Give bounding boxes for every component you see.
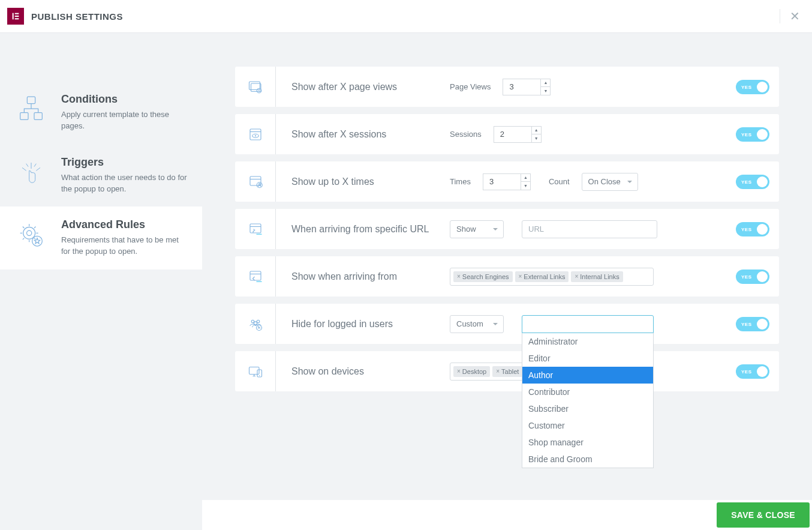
devices-tags[interactable]: ×Desktop ×Tablet bbox=[450, 363, 528, 381]
svg-rect-6 bbox=[34, 113, 42, 120]
url-icon bbox=[235, 209, 276, 249]
svg-text:$: $ bbox=[258, 89, 260, 92]
svg-rect-14 bbox=[250, 129, 261, 140]
rule-page-views: $ Show after X page views Page Views ▲▼ … bbox=[235, 67, 779, 107]
stepper-icon[interactable]: ▲▼ bbox=[521, 174, 530, 190]
role-option[interactable]: Contributor bbox=[522, 384, 653, 400]
content-area: $ Show after X page views Page Views ▲▼ … bbox=[202, 33, 812, 530]
rule-arriving: Show when arriving from ×Search Engines … bbox=[235, 256, 779, 297]
count-select[interactable]: On Close bbox=[582, 173, 638, 191]
role-option[interactable]: Editor bbox=[522, 350, 653, 367]
conditions-icon bbox=[13, 93, 49, 132]
footer: SAVE & CLOSE bbox=[202, 500, 812, 530]
remove-tag-icon[interactable]: × bbox=[496, 368, 500, 375]
logged-in-mode-select[interactable]: Custom bbox=[450, 315, 504, 333]
url-mode-select[interactable]: Show bbox=[450, 220, 504, 238]
svg-point-8 bbox=[27, 231, 32, 236]
role-search-input[interactable] bbox=[522, 315, 654, 333]
rule-sessions: Show after X sessions Sessions ▲▼ YES bbox=[235, 114, 779, 154]
svg-rect-0 bbox=[13, 13, 14, 20]
arriving-icon bbox=[235, 256, 276, 297]
role-option[interactable]: Bride and Groom bbox=[522, 451, 653, 468]
sidebar-title: Advanced Rules bbox=[61, 218, 189, 231]
rule-label: Show on devices bbox=[276, 366, 450, 377]
remove-tag-icon[interactable]: × bbox=[575, 273, 578, 280]
svg-rect-2 bbox=[15, 16, 19, 17]
role-option[interactable]: Customer bbox=[522, 417, 653, 434]
sidebar-item-triggers[interactable]: Triggers What action the user needs to d… bbox=[0, 144, 202, 207]
remove-tag-icon[interactable]: × bbox=[457, 368, 461, 375]
tag-item[interactable]: ×Desktop bbox=[453, 366, 490, 377]
sidebar-title: Conditions bbox=[61, 93, 189, 106]
svg-point-36 bbox=[259, 375, 260, 376]
sidebar: Conditions Apply current template to the… bbox=[0, 33, 202, 530]
rule-label: Hide for logged in users bbox=[276, 319, 450, 330]
role-dropdown: AdministratorEditorAuthorContributorSubs… bbox=[522, 333, 654, 468]
sidebar-desc: Requirements that have to be met for the… bbox=[61, 235, 189, 257]
rule-label: Show after X page views bbox=[276, 82, 450, 92]
toggle-times[interactable]: YES bbox=[736, 175, 769, 189]
rule-devices: Show on devices ×Desktop ×Tablet YES bbox=[235, 351, 779, 391]
field-label: Count bbox=[549, 177, 570, 186]
url-input[interactable] bbox=[522, 220, 657, 238]
save-close-button[interactable]: SAVE & CLOSE bbox=[717, 502, 810, 528]
sidebar-item-advanced-rules[interactable]: Advanced Rules Requirements that have to… bbox=[0, 206, 202, 270]
svg-point-21 bbox=[258, 183, 260, 185]
header: PUBLISH SETTINGS ✕ bbox=[0, 0, 812, 33]
rule-logged-in: Hide for logged in users Custom Administ… bbox=[235, 304, 779, 344]
toggle-arriving[interactable]: YES bbox=[736, 270, 769, 284]
sidebar-title: Triggers bbox=[61, 156, 189, 169]
stepper-icon[interactable]: ▲▼ bbox=[531, 127, 541, 142]
svg-rect-3 bbox=[15, 18, 19, 19]
rule-label: When arriving from specific URL bbox=[276, 224, 450, 235]
tag-item[interactable]: ×Tablet bbox=[492, 366, 522, 377]
svg-rect-4 bbox=[27, 97, 35, 104]
toggle-logged-in[interactable]: YES bbox=[736, 317, 769, 331]
field-label: Sessions bbox=[450, 130, 482, 139]
close-icon[interactable]: ✕ bbox=[780, 9, 800, 23]
role-option[interactable]: Shop manager bbox=[522, 434, 653, 451]
rule-times: Show up to X times Times ▲▼ Count On Clo… bbox=[235, 161, 779, 202]
rule-label: Show up to X times bbox=[276, 176, 450, 187]
devices-icon bbox=[235, 351, 276, 391]
role-option[interactable]: Author bbox=[522, 367, 653, 384]
sessions-icon bbox=[235, 114, 276, 154]
tag-item[interactable]: ×External Links bbox=[515, 271, 569, 282]
role-option[interactable]: Subscriber bbox=[522, 400, 653, 417]
sidebar-item-conditions[interactable]: Conditions Apply current template to the… bbox=[0, 81, 202, 144]
sidebar-desc: Apply current template to these pages. bbox=[61, 109, 189, 132]
sidebar-desc: What action the user needs to do for the… bbox=[61, 172, 189, 195]
svg-rect-18 bbox=[250, 176, 261, 185]
toggle-url[interactable]: YES bbox=[736, 222, 769, 236]
role-option[interactable]: Administrator bbox=[522, 333, 653, 350]
svg-rect-5 bbox=[20, 113, 28, 120]
tag-item[interactable]: ×Internal Links bbox=[571, 271, 622, 282]
svg-rect-1 bbox=[15, 13, 19, 14]
svg-point-17 bbox=[254, 135, 255, 136]
rule-url: When arriving from specific URL Show YES bbox=[235, 209, 779, 249]
rule-label: Show after X sessions bbox=[276, 129, 450, 140]
elementor-logo bbox=[7, 8, 24, 25]
triggers-icon bbox=[13, 156, 49, 195]
toggle-devices[interactable]: YES bbox=[736, 364, 769, 379]
advanced-rules-icon bbox=[13, 218, 49, 257]
svg-rect-22 bbox=[250, 224, 261, 233]
svg-point-28 bbox=[251, 320, 254, 323]
svg-rect-25 bbox=[250, 271, 261, 280]
svg-point-29 bbox=[257, 320, 260, 323]
logged-in-icon bbox=[235, 304, 276, 344]
toggle-sessions[interactable]: YES bbox=[736, 127, 769, 142]
page-views-icon: $ bbox=[235, 67, 276, 107]
page-title: PUBLISH SETTINGS bbox=[31, 11, 123, 22]
stepper-icon[interactable]: ▲▼ bbox=[540, 79, 550, 95]
remove-tag-icon[interactable]: × bbox=[519, 273, 522, 280]
field-label: Times bbox=[450, 177, 471, 186]
remove-tag-icon[interactable]: × bbox=[457, 273, 461, 280]
toggle-page-views[interactable]: YES bbox=[736, 80, 769, 94]
times-icon bbox=[235, 161, 276, 202]
rule-label: Show when arriving from bbox=[276, 271, 450, 282]
arriving-tags[interactable]: ×Search Engines ×External Links ×Interna… bbox=[450, 268, 654, 286]
field-label: Page Views bbox=[450, 82, 491, 91]
tag-item[interactable]: ×Search Engines bbox=[453, 271, 513, 282]
